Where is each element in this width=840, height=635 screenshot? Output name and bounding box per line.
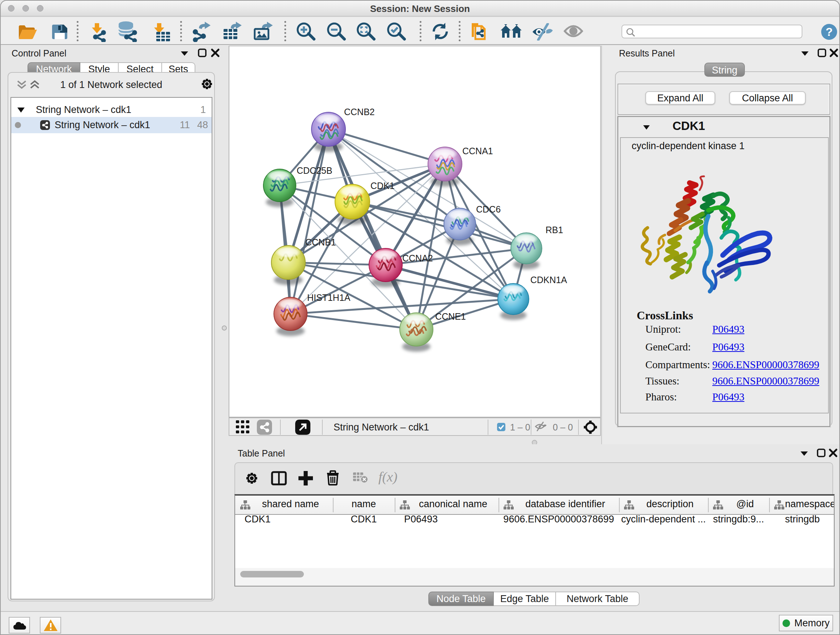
svg-text:?: ?	[826, 25, 833, 38]
